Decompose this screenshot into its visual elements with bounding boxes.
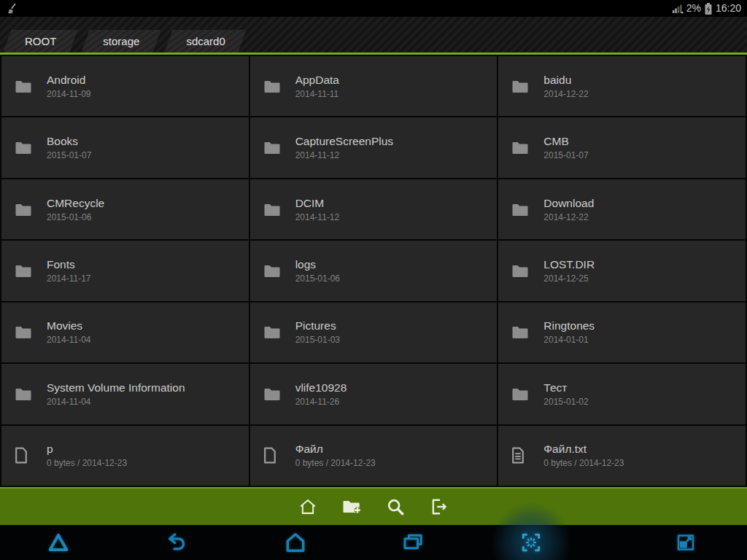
item-name: CMRecycle [47, 197, 104, 210]
item-date: 2015-01-06 [47, 212, 104, 222]
item-date: 2014-12-25 [543, 273, 595, 284]
folder-icon [15, 79, 34, 93]
item-date: 0 bytes / 2014-12-23 [543, 458, 624, 468]
item-date: 2014-11-04 [47, 335, 91, 345]
action-toolbar [0, 487, 747, 525]
folder-icon [263, 387, 282, 401]
grid-item[interactable]: DCIM 2014-11-12 [250, 179, 498, 239]
grid-item[interactable]: Тест 2015-01-02 [498, 364, 746, 424]
grid-item[interactable]: vlife10928 2014-11-26 [250, 364, 498, 424]
item-name: Books [47, 135, 91, 148]
home-icon [283, 531, 308, 554]
item-date: 2015-01-02 [543, 397, 588, 407]
item-date: 2014-11-09 [47, 89, 91, 99]
item-date: 2014-11-17 [47, 273, 91, 284]
navigation-bar [0, 525, 747, 560]
item-date: 2014-11-26 [295, 397, 347, 407]
grid-item[interactable]: LOST.DIR 2014-12-25 [498, 241, 746, 300]
folder-icon [15, 264, 34, 278]
item-name: Ringtones [543, 319, 595, 332]
tab-sdcard0[interactable]: sdcard0 [169, 30, 242, 52]
nav-home-button[interactable] [282, 529, 309, 556]
item-date: 2014-11-12 [295, 212, 340, 222]
item-date: 2014-12-22 [543, 212, 594, 222]
tab-label: sdcard0 [186, 35, 225, 47]
nav-recents-button[interactable] [400, 529, 426, 556]
grid-item[interactable]: CaptureScreenPlus 2014-11-12 [250, 117, 498, 177]
folder-icon [263, 264, 282, 278]
item-name: DCIM [295, 197, 340, 210]
item-name: Файл.txt [543, 443, 624, 456]
item-name: System Volume Information [47, 381, 185, 394]
item-name: Файл [295, 443, 376, 456]
folder-icon [15, 141, 34, 155]
tab-bar: ROOT storage sdcard0 [0, 17, 747, 55]
item-date: 2015-01-03 [295, 335, 340, 345]
grid-item[interactable]: Ringtones 2014-01-01 [498, 303, 746, 362]
item-date: 0 bytes / 2014-12-23 [295, 458, 376, 468]
item-name: logs [295, 258, 340, 271]
exit-icon [430, 497, 449, 516]
item-date: 2015-01-06 [295, 273, 340, 284]
item-name: Pictures [295, 319, 340, 332]
item-date: 2014-01-01 [543, 335, 595, 345]
tab-label: ROOT [25, 35, 56, 47]
grid-item[interactable]: CMB 2015-01-07 [498, 117, 746, 177]
search-button[interactable] [386, 497, 405, 516]
folder-icon [15, 325, 34, 339]
folder-icon [511, 79, 530, 93]
status-bar: 2% 16:20 [0, 0, 747, 17]
grid-item[interactable]: Movies 2014-11-04 [1, 303, 249, 362]
nav-hide-button[interactable] [45, 529, 71, 556]
battery-charging-icon [704, 2, 713, 15]
nav-screen-resize-button[interactable] [673, 529, 699, 556]
grid-item[interactable]: Download 2014-12-22 [498, 179, 746, 239]
grid-item[interactable]: logs 2015-01-06 [250, 241, 498, 300]
folder-icon [511, 141, 530, 155]
item-name: Fonts [47, 258, 91, 271]
grid-item[interactable]: CMRecycle 2015-01-06 [1, 179, 249, 239]
home-button[interactable] [298, 497, 317, 516]
item-name: AppData [295, 74, 339, 87]
grid-item[interactable]: System Volume Information 2014-11-04 [1, 364, 249, 424]
tab-storage[interactable]: storage [85, 30, 157, 52]
screenshot-icon [519, 531, 543, 554]
grid-item[interactable]: Файл 0 bytes / 2014-12-23 [250, 426, 498, 486]
exit-button[interactable] [430, 497, 449, 516]
file-grid: Android 2014-11-09 AppData 2014-11-11 ba… [0, 55, 747, 487]
folder-icon [263, 325, 282, 339]
signal-icon [672, 4, 684, 14]
clock: 16:20 [716, 0, 741, 17]
grid-item[interactable]: Android 2014-11-09 [1, 56, 249, 116]
grid-item[interactable]: p 0 bytes / 2014-12-23 [1, 426, 249, 486]
item-name: p [47, 443, 127, 456]
item-name: vlife10928 [295, 381, 347, 394]
file-manager-screen: 2% 16:20 ROOT storage sdcard0 Android 20… [0, 0, 747, 560]
nav-screenshot-button[interactable] [518, 529, 544, 556]
new-folder-icon [341, 498, 362, 516]
grid-item[interactable]: Pictures 2015-01-03 [250, 303, 498, 362]
cleaner-icon [6, 3, 17, 15]
item-date: 0 bytes / 2014-12-23 [47, 458, 127, 468]
nav-back-button[interactable] [163, 529, 189, 556]
battery-percent: 2% [686, 0, 701, 17]
folder-icon [15, 203, 34, 217]
triangle-up-icon [46, 531, 71, 554]
tab-root[interactable]: ROOT [7, 30, 74, 52]
item-date: 2014-11-11 [295, 89, 339, 99]
grid-item[interactable]: Файл.txt 0 bytes / 2014-12-23 [498, 426, 746, 486]
item-name: Android [47, 74, 91, 87]
item-name: Тест [543, 381, 588, 394]
file-text-icon [511, 447, 530, 464]
folder-icon [263, 203, 282, 217]
item-date: 2014-11-04 [47, 397, 185, 407]
grid-item[interactable]: Books 2015-01-07 [1, 117, 249, 177]
grid-item[interactable]: AppData 2014-11-11 [250, 56, 498, 116]
screen-resize-icon [674, 532, 697, 553]
home-icon [298, 497, 317, 516]
grid-item[interactable]: baidu 2014-12-22 [498, 56, 746, 116]
new-folder-button[interactable] [342, 497, 361, 516]
folder-icon [511, 203, 530, 217]
search-icon [386, 497, 405, 516]
grid-item[interactable]: Fonts 2014-11-17 [1, 241, 249, 300]
